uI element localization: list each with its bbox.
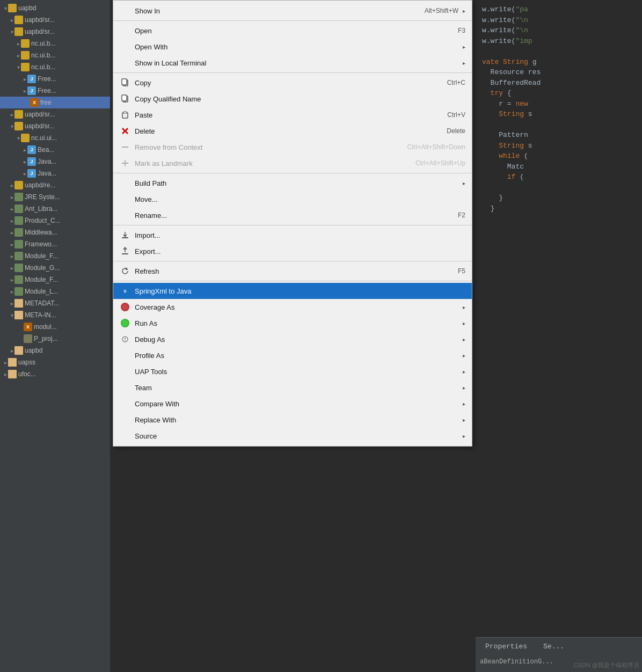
submenu-arrow: ▸ — [463, 337, 465, 342]
context-menu: Show In Alt+Shift+W ▸ Open F3 Open With … — [113, 0, 472, 447]
svg-rect-11 — [122, 237, 128, 238]
sidebar-item-uapbd-sr2[interactable]: uapbd/sr... — [0, 26, 110, 38]
sidebar-item-label: ufoc... — [18, 370, 36, 378]
sidebar-item-uapss[interactable]: uapss — [0, 356, 110, 368]
sidebar-item-ufoc[interactable]: ufoc... — [0, 368, 110, 380]
submenu-arrow: ▸ — [463, 320, 465, 326]
menu-item-move[interactable]: Move... — [113, 191, 472, 207]
expand-arrow — [11, 28, 14, 35]
package-icon — [14, 110, 23, 119]
code-line: Pattern — [482, 130, 636, 141]
coverage-icon — [120, 302, 130, 312]
expand-arrow — [4, 4, 8, 12]
package-icon — [14, 16, 23, 24]
svg-point-15 — [125, 340, 126, 341]
menu-item-open-with[interactable]: Open With ▸ — [113, 39, 472, 55]
sidebar-item-nc-ui-b1[interactable]: nc.ui.b... — [0, 38, 110, 49]
menu-item-delete[interactable]: Delete Delete — [113, 123, 472, 139]
lib-icon — [14, 193, 23, 201]
sidebar-item-module-g[interactable]: Module_G... — [0, 262, 110, 274]
expand-arrow — [4, 359, 8, 366]
sidebar-item-product[interactable]: Product_C... — [0, 215, 110, 227]
sidebar-item-meta-in[interactable]: META-IN... — [0, 309, 110, 321]
show-in-icon — [120, 5, 130, 16]
sidebar-item-label: uapbd — [18, 4, 36, 12]
sidebar-item-bea[interactable]: J Bea... — [0, 144, 110, 156]
menu-item-label: Compare With — [135, 400, 458, 408]
sidebar-item-free2[interactable]: J Free... — [0, 85, 110, 97]
menu-item-run-as[interactable]: Run As ▸ — [113, 315, 472, 331]
menu-item-label: Replace With — [135, 416, 458, 424]
menu-item-build-path[interactable]: Build Path ▸ — [113, 175, 472, 191]
tab-se[interactable]: Se... — [538, 640, 570, 655]
menu-item-paste[interactable]: Paste Ctrl+V — [113, 107, 472, 123]
sidebar-item-nc-ui-ui[interactable]: nc.ui.ui... — [0, 132, 110, 144]
sidebar-item-jre[interactable]: JRE Syste... — [0, 191, 110, 203]
sidebar-item-module-f2[interactable]: Module_F... — [0, 274, 110, 286]
menu-item-coverage[interactable]: Coverage As ▸ — [113, 299, 472, 315]
menu-item-export[interactable]: Export... — [113, 243, 472, 259]
sidebar-item-java1[interactable]: J Java... — [0, 156, 110, 167]
sidebar-item-uapbd-re[interactable]: uapbd/re... — [0, 179, 110, 191]
sidebar-item-p-proj[interactable]: P_proj... — [0, 333, 110, 345]
sidebar-item-java2[interactable]: J Java... — [0, 167, 110, 179]
menu-item-import[interactable]: Import... — [113, 227, 472, 243]
menu-item-label: SpringXml to Java — [135, 287, 465, 295]
menu-item-copy[interactable]: Copy Ctrl+C — [113, 75, 472, 91]
submenu-arrow: ▸ — [463, 180, 465, 186]
menu-item-copy-qualified[interactable]: Copy Qualified Name — [113, 91, 472, 107]
menu-item-open[interactable]: Open F3 — [113, 23, 472, 39]
menu-item-refresh[interactable]: Refresh F5 — [113, 263, 472, 279]
expand-arrow — [11, 264, 14, 272]
menu-item-springxml[interactable]: S SpringXml to Java — [113, 283, 472, 299]
source-icon — [14, 27, 23, 36]
sidebar-item-nc-ui-b3[interactable]: nc.ui.b... — [0, 61, 110, 73]
sidebar-item-ant[interactable]: Ant_Libra... — [0, 203, 110, 215]
sidebar-item-framewo[interactable]: Framewo... — [0, 238, 110, 250]
menu-item-show-local[interactable]: Show in Local Terminal ▸ — [113, 55, 472, 71]
sidebar-item-uapbd-sr3[interactable]: uapbd/sr... — [0, 108, 110, 120]
sidebar-item-uapbd-sr4[interactable]: uapbd/sr... — [0, 120, 110, 132]
sidebar-item-modul[interactable]: X modul... — [0, 321, 110, 333]
sidebar-item-nc-ui-b2[interactable]: nc.ui.b... — [0, 49, 110, 61]
sidebar-item-module-f[interactable]: Module_F... — [0, 250, 110, 262]
sidebar-item-middlewa[interactable]: Middlewa... — [0, 227, 110, 238]
sidebar-item-label: modul... — [34, 323, 57, 331]
run-icon — [120, 318, 130, 328]
tab-properties[interactable]: Properties — [480, 640, 532, 655]
code-line — [482, 182, 636, 193]
sidebar-item-metadat[interactable]: METADAT... — [0, 297, 110, 309]
sidebar-item-uapbd-sr1[interactable]: uapbd/sr... — [0, 14, 110, 26]
sidebar-item-label: uapss — [18, 359, 35, 366]
sidebar-item-label: Product_C... — [25, 217, 61, 224]
menu-item-show-in[interactable]: Show In Alt+Shift+W ▸ — [113, 3, 472, 19]
menu-item-uap-tools[interactable]: UAP Tools ▸ — [113, 363, 472, 379]
sidebar-item-free1[interactable]: J Free... — [0, 73, 110, 85]
source-icon — [120, 430, 130, 441]
remove-icon — [120, 142, 130, 152]
expand-arrow — [24, 146, 27, 154]
expand-arrow — [4, 370, 8, 378]
submenu-arrow: ▸ — [463, 8, 465, 14]
menu-item-replace-with[interactable]: Replace With ▸ — [113, 412, 472, 428]
menu-item-compare-with[interactable]: Compare With ▸ — [113, 396, 472, 412]
source-icon — [14, 122, 23, 130]
sidebar-item-module-l[interactable]: Module_L... — [0, 286, 110, 297]
menu-item-shortcut: Ctrl+C — [447, 79, 465, 86]
sidebar-item-uapbd2[interactable]: uapbd — [0, 345, 110, 356]
menu-item-team[interactable]: Team ▸ — [113, 379, 472, 396]
menu-item-source[interactable]: Source ▸ — [113, 428, 472, 444]
menu-item-rename[interactable]: Rename... F2 — [113, 207, 472, 223]
menu-item-debug-as[interactable]: Debug As ▸ — [113, 331, 472, 347]
sidebar-item-uapbd[interactable]: uapbd — [0, 2, 110, 14]
watermark: CSDN @我是个假程序员 — [574, 661, 639, 669]
menu-item-profile-as[interactable]: Profile As ▸ — [113, 347, 472, 363]
code-line — [482, 120, 636, 130]
sidebar-item-free[interactable]: X free — [0, 97, 110, 108]
menu-item-shortcut: Ctrl+Alt+Shift+Down — [407, 143, 465, 151]
menu-item-shortcut: Ctrl+V — [447, 111, 465, 119]
sidebar-item-label: Module_F... — [25, 276, 58, 283]
submenu-arrow: ▸ — [463, 304, 465, 310]
sidebar-item-label: uapbd/sr... — [25, 16, 55, 24]
move-icon — [120, 194, 130, 204]
